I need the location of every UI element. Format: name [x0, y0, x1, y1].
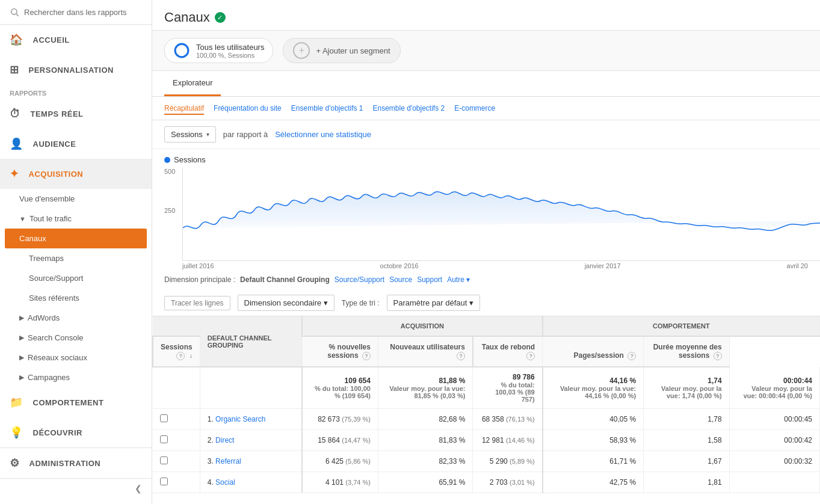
- total-new-sessions-cell: 81,88 % Valeur moy. pour la vue: 81,85 %…: [378, 367, 473, 409]
- sidebar-item-reseaux-sociaux[interactable]: ▶ Réseaux sociaux: [0, 348, 152, 367]
- sidebar-item-tout-le-trafic[interactable]: ▼ Tout le trafic: [0, 209, 152, 229]
- sidebar-item-personnalisation[interactable]: ⊞ PERSONNALISATION: [0, 55, 152, 85]
- segment-bar: Tous les utilisateurs 100,00 %, Sessions…: [152, 31, 820, 71]
- table-row: 1. Organic Search 82 673 (75,39 %) 82,68…: [153, 409, 820, 430]
- total-pages-session-cell: 1,74 Valeur moy. pour la vue: 1,74 (0,00…: [644, 367, 729, 409]
- th-duree[interactable]: Durée moyenne des sessions ?: [644, 336, 729, 367]
- add-segment-label: + Ajouter un segment: [316, 46, 390, 55]
- sub-tab-frequentation[interactable]: Fréquentation du site: [214, 102, 282, 115]
- sidebar-item-audience[interactable]: 👤 AUDIENCE: [0, 129, 152, 159]
- sidebar-item-treemaps[interactable]: Treemaps: [0, 248, 152, 268]
- row2-checkbox[interactable]: [153, 430, 200, 451]
- referral-link[interactable]: Referral: [215, 457, 241, 466]
- sessions-sort-icon[interactable]: ↓: [190, 352, 193, 359]
- data-table: Default Channel Grouping Acquisition Com…: [152, 316, 820, 493]
- table-controls: Tracer les lignes Dimension secondaire ▾…: [152, 290, 820, 316]
- accueil-label: ACCUEIL: [33, 35, 70, 45]
- chart-canvas: [182, 168, 820, 261]
- sidebar-item-search-console[interactable]: ▶ Search Console: [0, 328, 152, 348]
- sidebar-item-adwords[interactable]: ▶ AdWords: [0, 308, 152, 328]
- sidebar-item-sites-referents[interactable]: Sites référents: [0, 288, 152, 308]
- new-users-help-icon[interactable]: ?: [457, 352, 465, 360]
- decouvrir-label: DÉCOUVRIR: [33, 428, 83, 437]
- sidebar-item-decouvrir[interactable]: 💡 DÉCOUVRIR: [0, 417, 152, 447]
- x-label-1: juillet 2016: [182, 262, 214, 269]
- direct-link[interactable]: Direct: [215, 436, 234, 444]
- dim-secondaire-dropdown[interactable]: Dimension secondaire ▾: [238, 295, 334, 311]
- th-new-sessions[interactable]: % nouvelles sessions ?: [302, 336, 378, 367]
- pages-help-icon[interactable]: ?: [627, 352, 636, 360]
- chart-x-labels: juillet 2016 octobre 2016 janvier 2017 a…: [182, 261, 808, 269]
- sub-tab-ecommerce[interactable]: E-commerce: [454, 102, 495, 115]
- select-stat-link[interactable]: Sélectionner une statistique: [275, 130, 371, 139]
- sidebar-item-source-support[interactable]: Source/Support: [0, 268, 152, 288]
- row3-duree: 00:00:32: [729, 451, 819, 472]
- svg-point-4: [178, 47, 185, 54]
- chart-area: Sessions 500 250 jui: [152, 149, 820, 269]
- search-console-label: Search Console: [28, 333, 84, 342]
- dim-link-support[interactable]: Support: [417, 275, 442, 284]
- metric-dropdown-arrow: ▾: [206, 131, 209, 138]
- search-placeholder: Rechercher dans les rapports: [24, 8, 127, 17]
- person-icon: 👤: [10, 137, 23, 150]
- sidebar-item-vue-ensemble[interactable]: Vue d'ensemble: [0, 189, 152, 209]
- dashboard-icon: ⊞: [10, 63, 19, 76]
- sidebar-item-comportement[interactable]: 📁 COMPORTEMENT: [0, 387, 152, 417]
- search-console-arrow-icon: ▶: [19, 334, 24, 342]
- verified-badge: ✓: [215, 12, 226, 23]
- dimension-bar: Dimension principale : Default Channel G…: [152, 269, 820, 290]
- x-label-4: avril 20: [787, 262, 808, 269]
- search-bar[interactable]: Rechercher dans les rapports: [0, 0, 152, 25]
- add-segment-button[interactable]: + + Ajouter un segment: [283, 38, 400, 63]
- table-total-row: 109 654 % du total: 100,00 % (109 654) 8…: [153, 367, 820, 409]
- metric-dropdown[interactable]: Sessions ▾: [164, 126, 216, 143]
- sub-tab-objectifs2[interactable]: Ensemble d'objectifs 2: [373, 102, 445, 115]
- th-sessions[interactable]: Sessions ? ↓: [153, 336, 200, 367]
- par-rapport-label: par rapport à: [223, 130, 268, 139]
- parametre-dropdown[interactable]: Paramètre par défaut ▾: [387, 295, 480, 311]
- dimension-label: Dimension principale :: [164, 275, 235, 284]
- row4-new-sessions: 65,91 %: [378, 472, 473, 493]
- sidebar-item-campagnes[interactable]: ▶ Campagnes: [0, 367, 152, 387]
- organic-search-link[interactable]: Organic Search: [215, 415, 265, 423]
- canaux-label: Canaux: [19, 234, 46, 243]
- sites-referents-label: Sites référents: [29, 293, 79, 303]
- row3-checkbox[interactable]: [153, 451, 200, 472]
- th-taux-rebond[interactable]: Taux de rebond ?: [473, 336, 543, 367]
- dim-link-source-support[interactable]: Source/Support: [334, 275, 384, 284]
- sidebar-item-temps-reel[interactable]: ⏱ TEMPS RÉEL: [0, 99, 152, 129]
- sessions-help-icon[interactable]: ?: [176, 352, 185, 360]
- dim-link-source[interactable]: Source: [389, 275, 412, 284]
- duree-help-icon[interactable]: ?: [714, 352, 722, 360]
- new-sessions-help-icon[interactable]: ?: [362, 352, 371, 360]
- personnalisation-label: PERSONNALISATION: [29, 66, 114, 75]
- row4-checkbox[interactable]: [153, 472, 200, 493]
- segment-all-users[interactable]: Tous les utilisateurs 100,00 %, Sessions: [164, 38, 273, 63]
- th-pages-session[interactable]: Pages/session ?: [543, 336, 644, 367]
- row3-new-sessions: 82,33 %: [378, 451, 473, 472]
- sidebar-item-accueil[interactable]: 🏠 ACCUEIL: [0, 25, 152, 55]
- sub-tab-objectifs1[interactable]: Ensemble d'objectifs 1: [291, 102, 363, 115]
- sidebar-item-acquisition[interactable]: ✦ ACQUISITION: [0, 159, 152, 189]
- row3-sessions: 6 425 (5,86 %): [302, 451, 378, 472]
- th-new-users[interactable]: Nouveaux utilisateurs ?: [378, 336, 473, 367]
- type-tri-label: Type de tri :: [342, 299, 380, 307]
- segment-name: Tous les utilisateurs: [196, 43, 264, 52]
- trace-lines-button[interactable]: Tracer les lignes: [164, 296, 230, 310]
- taux-help-icon[interactable]: ?: [526, 352, 535, 360]
- table-row: 2. Direct 15 864 (14,47 %) 81,83 % 12 98…: [153, 430, 820, 451]
- tab-explorateur[interactable]: Explorateur: [164, 71, 221, 96]
- row1-new-users: 68 358 (76,13 %): [473, 409, 543, 430]
- reseaux-arrow-icon: ▶: [19, 354, 24, 361]
- campagnes-arrow-icon: ▶: [19, 373, 24, 381]
- row1-checkbox[interactable]: [153, 409, 200, 430]
- sub-tab-recapitulatif[interactable]: Récapitulatif: [164, 102, 204, 115]
- collapse-sidebar-button[interactable]: ❮: [135, 484, 142, 493]
- social-link[interactable]: Social: [215, 478, 235, 487]
- adwords-label: AdWords: [28, 313, 60, 322]
- sidebar: Rechercher dans les rapports 🏠 ACCUEIL ⊞…: [0, 0, 152, 504]
- dim-link-autre[interactable]: Autre ▾: [447, 275, 470, 284]
- sidebar-item-canaux[interactable]: Canaux: [5, 229, 147, 248]
- sub-tabs: Récapitulatif Fréquentation du site Ense…: [152, 97, 820, 120]
- sidebar-item-administration[interactable]: ⚙ ADMINISTRATION: [0, 447, 152, 478]
